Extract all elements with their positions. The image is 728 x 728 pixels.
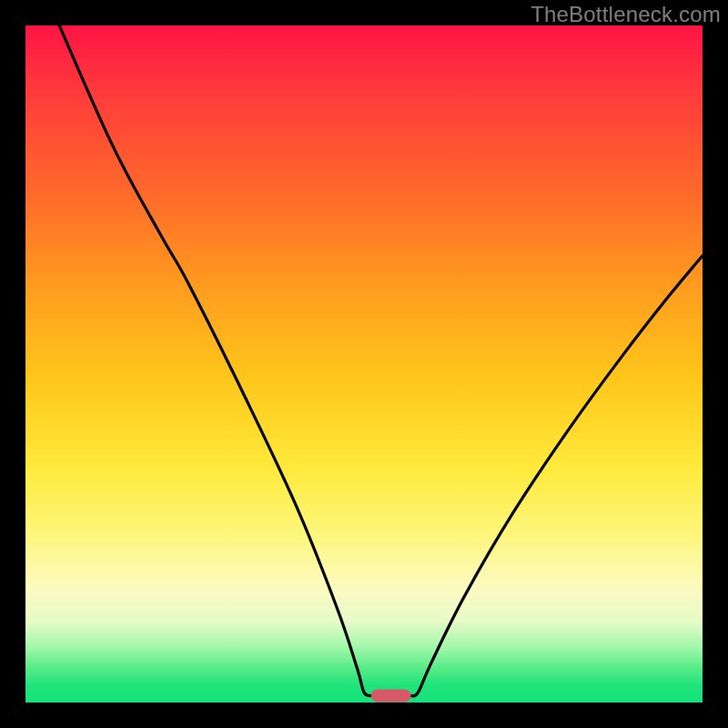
chart-frame: TheBottleneck.com [0, 0, 728, 728]
bottleneck-curve [25, 25, 703, 703]
valley-marker [370, 689, 411, 703]
watermark-text: TheBottleneck.com [531, 2, 721, 27]
curve-left-branch [59, 25, 370, 696]
curve-right-branch [411, 256, 703, 696]
plot-area [25, 25, 703, 703]
